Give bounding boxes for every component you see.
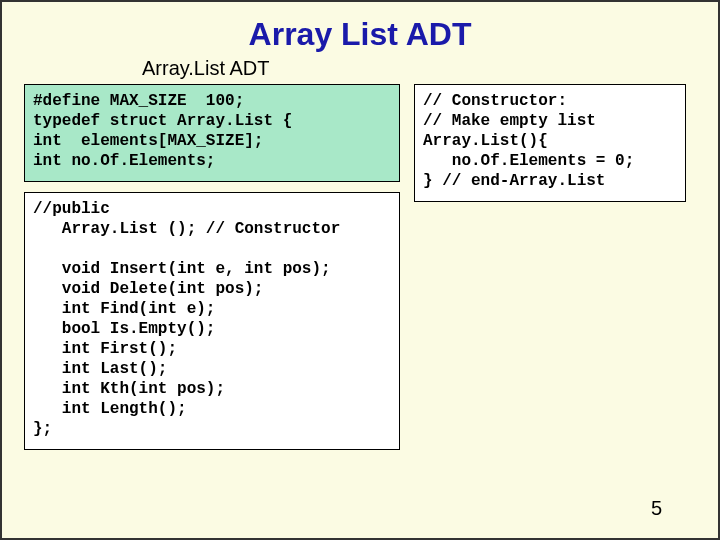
left-column: #define MAX_SIZE 100; typedef struct Arr… xyxy=(24,84,400,450)
code-constructor-box: // Constructor: // Make empty list Array… xyxy=(414,84,686,202)
code-api-box: //public Array.List (); // Constructor v… xyxy=(24,192,400,450)
code-definitions-box: #define MAX_SIZE 100; typedef struct Arr… xyxy=(24,84,400,182)
content-row: #define MAX_SIZE 100; typedef struct Arr… xyxy=(2,84,718,450)
page-number: 5 xyxy=(651,497,662,520)
slide-title: Array List ADT xyxy=(2,16,718,53)
right-column: // Constructor: // Make empty list Array… xyxy=(414,84,686,450)
slide-subtitle: Array.List ADT xyxy=(142,57,718,80)
